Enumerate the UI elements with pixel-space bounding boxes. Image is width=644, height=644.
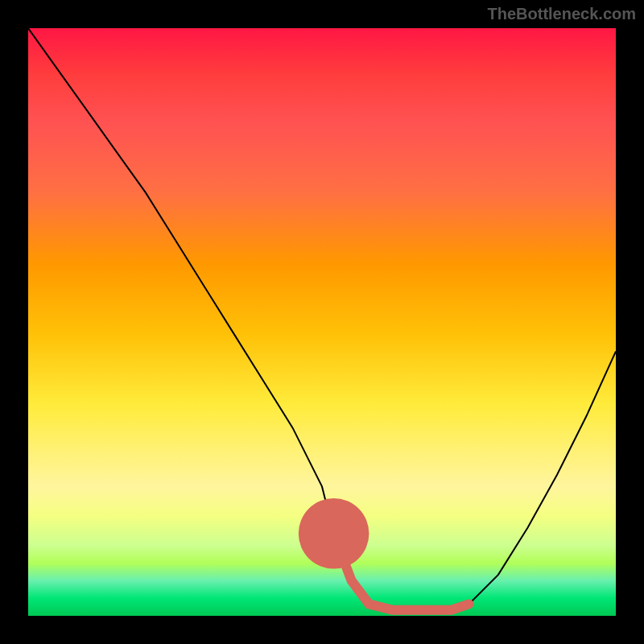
chart-svg [28,28,616,616]
highlight-dot [299,498,369,569]
watermark-text: TheBottleneck.com [488,5,636,23]
chart-plot-area [28,28,616,616]
